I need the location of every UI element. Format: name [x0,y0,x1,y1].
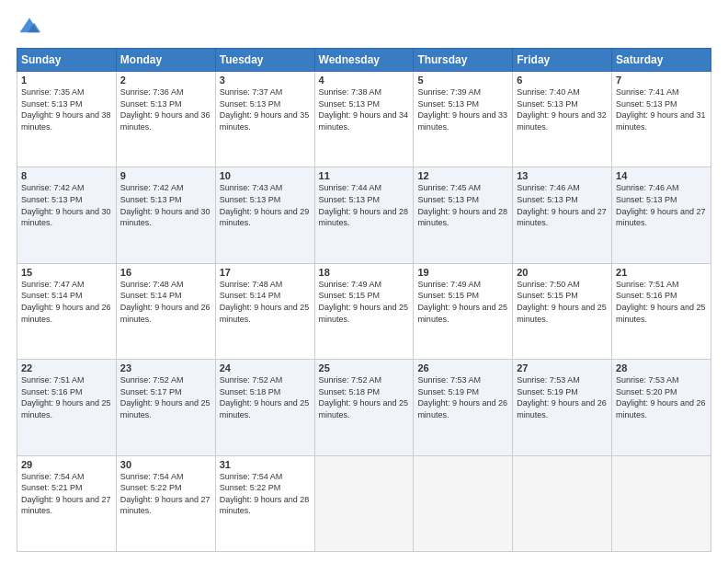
calendar-cell: 3 Sunrise: 7:37 AMSunset: 5:13 PMDayligh… [215,72,314,167]
day-number: 22 [21,362,112,373]
page: SundayMondayTuesdayWednesdayThursdayFrid… [0,0,728,563]
day-number: 14 [616,170,707,181]
header-day: Sunday [17,49,117,72]
calendar-cell: 5 Sunrise: 7:39 AMSunset: 5:13 PMDayligh… [414,72,513,167]
day-number: 12 [417,170,508,181]
calendar-cell: 16 Sunrise: 7:48 AMSunset: 5:14 PMDaylig… [116,263,215,359]
header-day: Friday [513,49,612,72]
day-number: 4 [319,75,410,86]
day-number: 20 [517,267,608,278]
calendar-cell: 14 Sunrise: 7:46 AMSunset: 5:13 PMDaylig… [612,167,711,263]
calendar-cell: 29 Sunrise: 7:54 AMSunset: 5:21 PMDaylig… [17,455,117,551]
calendar-table: SundayMondayTuesdayWednesdayThursdayFrid… [17,48,711,552]
header [17,15,711,40]
day-info: Sunrise: 7:36 AMSunset: 5:13 PMDaylight:… [120,86,211,132]
day-info: Sunrise: 7:35 AMSunset: 5:13 PMDaylight:… [21,86,112,132]
calendar-cell: 15 Sunrise: 7:47 AMSunset: 5:14 PMDaylig… [17,263,117,359]
day-number: 29 [21,459,112,470]
logo-icon [17,15,42,40]
day-number: 8 [21,170,112,181]
header-day: Monday [116,49,215,72]
day-number: 28 [616,362,707,373]
calendar-week: 15 Sunrise: 7:47 AMSunset: 5:14 PMDaylig… [17,263,711,359]
day-number: 31 [220,459,311,470]
calendar-cell: 30 Sunrise: 7:54 AMSunset: 5:22 PMDaylig… [116,455,215,551]
calendar-cell: 31 Sunrise: 7:54 AMSunset: 5:22 PMDaylig… [215,455,314,551]
calendar-cell: 25 Sunrise: 7:52 AMSunset: 5:18 PMDaylig… [314,360,414,455]
day-info: Sunrise: 7:54 AMSunset: 5:22 PMDaylight:… [120,471,211,517]
day-number: 19 [417,267,508,278]
day-info: Sunrise: 7:52 AMSunset: 5:17 PMDaylight:… [120,374,211,420]
day-number: 11 [319,170,410,181]
day-info: Sunrise: 7:54 AMSunset: 5:22 PMDaylight:… [220,471,311,517]
day-info: Sunrise: 7:52 AMSunset: 5:18 PMDaylight:… [319,374,410,420]
day-info: Sunrise: 7:39 AMSunset: 5:13 PMDaylight:… [417,86,508,132]
calendar-cell: 6 Sunrise: 7:40 AMSunset: 5:13 PMDayligh… [513,72,612,167]
calendar-cell: 4 Sunrise: 7:38 AMSunset: 5:13 PMDayligh… [314,72,414,167]
calendar-week: 1 Sunrise: 7:35 AMSunset: 5:13 PMDayligh… [17,72,711,167]
day-info: Sunrise: 7:46 AMSunset: 5:13 PMDaylight:… [517,182,608,228]
day-number: 16 [120,267,211,278]
header-day: Tuesday [215,49,314,72]
day-info: Sunrise: 7:51 AMSunset: 5:16 PMDaylight:… [616,279,707,325]
day-info: Sunrise: 7:54 AMSunset: 5:21 PMDaylight:… [21,471,112,517]
day-number: 17 [220,267,311,278]
day-number: 2 [120,75,211,86]
day-number: 23 [120,362,211,373]
day-info: Sunrise: 7:49 AMSunset: 5:15 PMDaylight:… [417,279,508,325]
day-info: Sunrise: 7:51 AMSunset: 5:16 PMDaylight:… [21,374,112,420]
day-number: 3 [220,75,311,86]
day-number: 1 [21,75,112,86]
day-number: 24 [220,362,311,373]
calendar-cell: 26 Sunrise: 7:53 AMSunset: 5:19 PMDaylig… [414,360,513,455]
day-info: Sunrise: 7:40 AMSunset: 5:13 PMDaylight:… [517,86,608,132]
header-row: SundayMondayTuesdayWednesdayThursdayFrid… [17,49,711,72]
calendar-cell: 22 Sunrise: 7:51 AMSunset: 5:16 PMDaylig… [17,360,117,455]
day-number: 21 [616,267,707,278]
calendar-cell: 24 Sunrise: 7:52 AMSunset: 5:18 PMDaylig… [215,360,314,455]
calendar-cell: 10 Sunrise: 7:43 AMSunset: 5:13 PMDaylig… [215,167,314,263]
calendar-cell: 27 Sunrise: 7:53 AMSunset: 5:19 PMDaylig… [513,360,612,455]
day-number: 9 [120,170,211,181]
calendar-cell [414,455,513,551]
day-info: Sunrise: 7:53 AMSunset: 5:19 PMDaylight:… [417,374,508,420]
calendar-cell: 17 Sunrise: 7:48 AMSunset: 5:14 PMDaylig… [215,263,314,359]
day-number: 25 [319,362,410,373]
calendar-cell: 18 Sunrise: 7:49 AMSunset: 5:15 PMDaylig… [314,263,414,359]
calendar-week: 8 Sunrise: 7:42 AMSunset: 5:13 PMDayligh… [17,167,711,263]
calendar-cell: 23 Sunrise: 7:52 AMSunset: 5:17 PMDaylig… [116,360,215,455]
day-info: Sunrise: 7:50 AMSunset: 5:15 PMDaylight:… [517,279,608,325]
day-info: Sunrise: 7:44 AMSunset: 5:13 PMDaylight:… [319,182,410,228]
day-number: 13 [517,170,608,181]
day-info: Sunrise: 7:38 AMSunset: 5:13 PMDaylight:… [319,86,410,132]
calendar-cell: 20 Sunrise: 7:50 AMSunset: 5:15 PMDaylig… [513,263,612,359]
calendar-cell: 7 Sunrise: 7:41 AMSunset: 5:13 PMDayligh… [612,72,711,167]
day-number: 27 [517,362,608,373]
calendar-cell [612,455,711,551]
calendar: SundayMondayTuesdayWednesdayThursdayFrid… [17,48,711,552]
day-info: Sunrise: 7:42 AMSunset: 5:13 PMDaylight:… [120,182,211,228]
day-info: Sunrise: 7:37 AMSunset: 5:13 PMDaylight:… [220,86,311,132]
day-number: 26 [417,362,508,373]
calendar-cell: 21 Sunrise: 7:51 AMSunset: 5:16 PMDaylig… [612,263,711,359]
logo [17,15,46,40]
day-info: Sunrise: 7:53 AMSunset: 5:20 PMDaylight:… [616,374,707,420]
day-info: Sunrise: 7:48 AMSunset: 5:14 PMDaylight:… [220,279,311,325]
day-info: Sunrise: 7:49 AMSunset: 5:15 PMDaylight:… [319,279,410,325]
header-day: Saturday [612,49,711,72]
calendar-cell: 1 Sunrise: 7:35 AMSunset: 5:13 PMDayligh… [17,72,117,167]
calendar-cell: 13 Sunrise: 7:46 AMSunset: 5:13 PMDaylig… [513,167,612,263]
day-info: Sunrise: 7:53 AMSunset: 5:19 PMDaylight:… [517,374,608,420]
calendar-cell [314,455,414,551]
calendar-cell: 9 Sunrise: 7:42 AMSunset: 5:13 PMDayligh… [116,167,215,263]
calendar-cell: 28 Sunrise: 7:53 AMSunset: 5:20 PMDaylig… [612,360,711,455]
calendar-cell: 11 Sunrise: 7:44 AMSunset: 5:13 PMDaylig… [314,167,414,263]
day-number: 18 [319,267,410,278]
day-number: 15 [21,267,112,278]
day-info: Sunrise: 7:48 AMSunset: 5:14 PMDaylight:… [120,279,211,325]
day-number: 6 [517,75,608,86]
calendar-week: 29 Sunrise: 7:54 AMSunset: 5:21 PMDaylig… [17,455,711,551]
day-number: 10 [220,170,311,181]
calendar-cell: 19 Sunrise: 7:49 AMSunset: 5:15 PMDaylig… [414,263,513,359]
header-day: Thursday [414,49,513,72]
